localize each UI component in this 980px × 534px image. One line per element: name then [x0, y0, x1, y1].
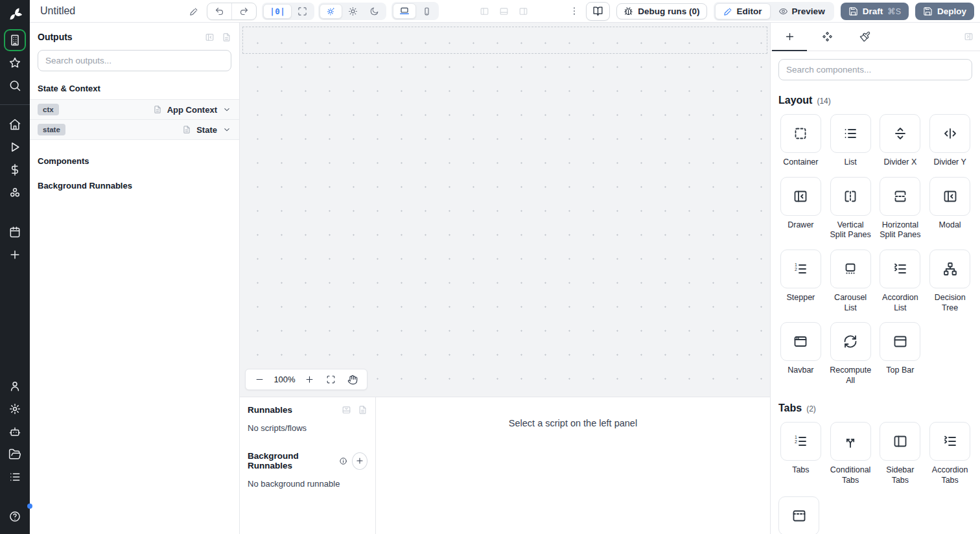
tab-styling[interactable]: [846, 23, 883, 51]
collapse-right-panel-icon[interactable]: [964, 32, 974, 41]
debug-runs-button[interactable]: Debug runs (0): [616, 3, 706, 19]
doc-icon[interactable]: [222, 32, 231, 42]
rail-item-folders[interactable]: [0, 443, 30, 465]
app-canvas[interactable]: 100%: [240, 23, 770, 397]
pan-mode-button[interactable]: [342, 372, 364, 388]
component-card-tabs[interactable]: 12: [780, 422, 821, 461]
rail-item-schedules[interactable]: [0, 220, 30, 243]
component-card-carousel-list[interactable]: [830, 250, 871, 288]
auto-theme-icon: [326, 6, 336, 16]
component-card-horizontal-split-panes[interactable]: [880, 177, 920, 216]
component-card-partial[interactable]: [778, 496, 819, 534]
chevron-down-icon[interactable]: [222, 125, 231, 134]
state-context-row-ctx[interactable]: ctxApp Context: [30, 99, 239, 119]
component-card-top-bar[interactable]: [880, 322, 920, 361]
rail-item-audit-logs[interactable]: [0, 465, 30, 488]
edit-title-pencil-icon[interactable]: [189, 6, 199, 16]
docs-button[interactable]: [586, 2, 610, 21]
undo-button[interactable]: [207, 3, 231, 19]
tab-components[interactable]: [808, 23, 846, 51]
component-card-decision-tree[interactable]: [929, 250, 970, 288]
help-icon: [8, 510, 21, 523]
component-item-carousel-list: Carousel List: [828, 250, 873, 313]
rail-item-favorites[interactable]: [0, 51, 30, 74]
component-card-conditional-tabs[interactable]: [830, 422, 871, 461]
topbar: Untitled |0|: [30, 0, 980, 23]
rail-item-settings[interactable]: [0, 397, 30, 420]
rail-item-home[interactable]: [0, 113, 30, 135]
zoom-out-button[interactable]: [249, 372, 270, 387]
component-card-sidebar-tabs[interactable]: [880, 422, 920, 461]
component-card-accordion-list[interactable]: [880, 250, 920, 288]
zoom-in-button[interactable]: [299, 372, 320, 387]
rail-item-resources[interactable]: [0, 181, 30, 203]
redo-button[interactable]: [231, 3, 256, 19]
component-card-list[interactable]: [830, 114, 871, 153]
panel-left-toggle-icon[interactable]: [480, 6, 489, 16]
canvas-mode-group: |0|: [262, 3, 314, 20]
component-card-drawer[interactable]: [780, 177, 821, 216]
component-card-recompute-all[interactable]: [830, 322, 871, 361]
center-content-toggle[interactable]: |0|: [263, 4, 292, 19]
doc-icon[interactable]: [358, 405, 368, 415]
more-menu-icon[interactable]: [569, 6, 579, 16]
search-components-input[interactable]: [778, 59, 972, 80]
component-card-vertical-split-panes[interactable]: [830, 177, 871, 216]
add-background-runnable-button[interactable]: [352, 452, 368, 470]
zoom-level: 100%: [270, 375, 299, 384]
component-card-divider-y[interactable]: [929, 114, 970, 153]
canvas-dropzone[interactable]: [242, 27, 767, 54]
device-group: [391, 2, 439, 20]
collapse-panel-icon[interactable]: [205, 32, 215, 42]
section-count: (14): [817, 97, 830, 106]
collapse-bottom-icon[interactable]: [342, 405, 351, 415]
draft-button[interactable]: Draft ⌘S: [841, 3, 909, 20]
tab-insert-component[interactable]: [771, 23, 808, 51]
preview-tab[interactable]: Preview: [771, 4, 833, 19]
panel-right-toggle-icon[interactable]: [519, 6, 528, 16]
mobile-view-button[interactable]: [416, 5, 438, 18]
windmill-logo-icon: [7, 6, 23, 22]
theme-light-button[interactable]: [342, 5, 364, 18]
component-label: Recompute All: [828, 366, 873, 386]
rail-item-add[interactable]: [0, 243, 30, 266]
rail-item-user[interactable]: [0, 375, 30, 397]
theme-dark-button[interactable]: [364, 5, 385, 18]
component-card-modal[interactable]: [929, 177, 970, 216]
rail-item-search[interactable]: [0, 74, 30, 97]
component-item-navbar: Navbar: [778, 322, 823, 386]
deploy-button[interactable]: Deploy: [915, 3, 974, 20]
component-label: Accordion Tabs: [928, 465, 972, 485]
empty-background-text: No background runnable: [248, 479, 368, 489]
book-open-icon: [592, 6, 603, 17]
panel-bottom-toggle-icon[interactable]: [499, 6, 509, 16]
component-item-stepper: 12Stepper: [778, 250, 823, 313]
state-context-row-state[interactable]: stateState: [30, 119, 239, 140]
desktop-view-button[interactable]: [393, 3, 416, 19]
search-outputs-input[interactable]: [38, 50, 231, 71]
component-card-stepper[interactable]: 12: [780, 250, 821, 288]
windmill-logo[interactable]: [0, 0, 30, 29]
list-chevrons-icon: [942, 434, 958, 449]
component-label: Modal: [939, 220, 961, 231]
editor-tab[interactable]: Editor: [715, 3, 771, 19]
component-card-navbar[interactable]: [780, 322, 821, 361]
component-card-accordion-tabs[interactable]: [929, 422, 970, 461]
fit-view-button[interactable]: [320, 372, 342, 387]
components-panel: Layout(14)ContainerListDivider XDivider …: [770, 23, 980, 534]
rail-item-workers[interactable]: [0, 420, 30, 443]
rail-item-runs[interactable]: [0, 135, 30, 158]
component-card-container[interactable]: [780, 114, 821, 153]
rail-item-help[interactable]: [0, 505, 30, 528]
component-label: List: [844, 157, 856, 168]
chevron-down-icon[interactable]: [222, 105, 231, 114]
component-card-divider-x[interactable]: [880, 114, 920, 153]
eye-icon: [778, 6, 788, 16]
rail-item-variables[interactable]: [0, 158, 30, 181]
expand-canvas-button[interactable]: [292, 5, 313, 18]
component-item-horizontal-split-panes: Horizontal Split Panes: [878, 177, 923, 240]
rows-icon: [8, 470, 21, 483]
plus-icon: [305, 375, 314, 384]
rail-item-apps[interactable]: [0, 29, 30, 51]
theme-auto-button[interactable]: [320, 4, 342, 19]
